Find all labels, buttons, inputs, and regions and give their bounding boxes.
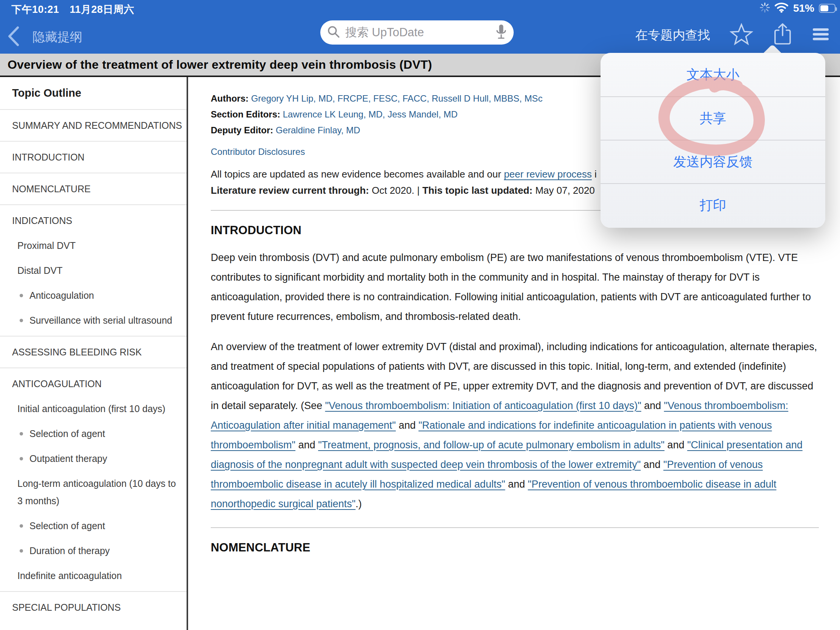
outline-item[interactable]: ASSESSING BLEEDING RISK — [0, 339, 186, 365]
hide-outline-label: 隐藏提纲 — [33, 29, 82, 46]
outline-item[interactable]: Selection of agent — [0, 513, 186, 538]
bold-label: Authors: — [211, 93, 248, 104]
outline-item[interactable]: NOMENCLATURE — [0, 176, 186, 201]
search-placeholder: 搜索 UpToDate — [345, 25, 496, 40]
section-heading: NOMENCLATURE — [211, 541, 819, 554]
text-link[interactable]: peer review process — [504, 169, 592, 180]
outline-group: NOMENCLATURE — [0, 173, 186, 204]
menu-item-打印[interactable]: 打印 — [600, 183, 825, 227]
bold-label: This topic last updated: — [422, 185, 532, 196]
outline-group: ASSESSING BLEEDING RISK — [0, 336, 186, 368]
battery-percent-label: 51% — [793, 2, 814, 14]
page-title: Overview of the treatment of lower extre… — [8, 58, 432, 72]
bold-label: Section Editors: — [211, 109, 280, 119]
status-date: 11月28日周六 — [70, 3, 134, 16]
wifi-icon — [774, 2, 789, 14]
menu-item-发送内容反馈[interactable]: 发送内容反馈 — [600, 140, 825, 183]
text-link[interactable]: "Venous thromboembolism: Initiation of a… — [325, 400, 641, 411]
back-chevron-icon — [7, 26, 20, 48]
outline-item[interactable]: Proximal DVT — [0, 233, 186, 258]
outline-item[interactable]: Long-term anticoagulation (10 days to 3 … — [0, 471, 186, 513]
outline-group: SUMMARY AND RECOMMENDATIONS — [0, 109, 186, 141]
hamburger-menu-icon[interactable] — [812, 28, 829, 43]
outline-heading: Topic Outline — [0, 77, 186, 109]
paragraph: Deep vein thrombosis (DVT) and acute pul… — [211, 248, 819, 326]
outline-group: INDICATIONSProximal DVTDistal DVTAnticoa… — [0, 204, 186, 336]
paragraph: An overview of the treatment of lower ex… — [211, 337, 819, 514]
bold-label: Literature review current through: — [211, 185, 369, 196]
outline-item[interactable]: Distal DVT — [0, 258, 186, 283]
text-link[interactable]: Gregory YH Lip, MD, FRCPE, FESC, FACC, — [251, 93, 429, 104]
outline-item[interactable]: Selection of agent — [0, 421, 186, 446]
battery-icon — [819, 4, 835, 13]
microphone-icon[interactable] — [496, 24, 507, 41]
search-icon — [327, 25, 340, 39]
menu-item-文本大小[interactable]: 文本大小 — [600, 53, 825, 96]
topic-outline-sidebar: Topic Outline SUMMARY AND RECOMMENDATION… — [0, 77, 188, 630]
search-input[interactable]: 搜索 UpToDate — [320, 21, 514, 44]
status-bar: 下午10:21 11月28日周六 — [0, 0, 840, 17]
share-icon[interactable] — [773, 23, 793, 47]
outline-item[interactable]: Outpatient therapy — [0, 446, 186, 471]
status-time: 下午10:21 — [11, 3, 59, 16]
outline-item[interactable]: SUMMARY AND RECOMMENDATIONS — [0, 113, 186, 138]
outline-item[interactable]: Indefinite anticoagulation — [0, 563, 186, 588]
hide-outline-button[interactable]: 隐藏提纲 — [7, 26, 82, 48]
outline-item[interactable]: INTRODUCTION — [0, 145, 186, 170]
bookmark-star-icon[interactable] — [730, 23, 753, 47]
text-link[interactable]: Jess Mandel, MD — [387, 109, 457, 119]
text-link[interactable]: Geraldine Finlay, MD — [276, 125, 360, 135]
text-link[interactable]: "Treatment, prognosis, and follow-up of … — [318, 439, 665, 451]
text-link[interactable]: Russell D Hull, MBBS, MSc — [432, 93, 542, 104]
outline-group: ANTICOAGULATIONInitial anticoagulation (… — [0, 368, 186, 591]
share-popover: 文本大小共享发送内容反馈打印 — [600, 53, 825, 228]
outline-item[interactable]: SPECIAL POPULATIONS — [0, 595, 186, 620]
text-link[interactable]: Lawrence LK Leung, MD, — [283, 109, 385, 119]
outline-item[interactable]: Anticoagulation — [0, 283, 186, 308]
outline-item[interactable]: ANTICOAGULATION — [0, 371, 186, 396]
outline-item[interactable]: Surveillance with serial ultrasound — [0, 308, 186, 333]
outline-item[interactable]: Duration of therapy — [0, 538, 186, 563]
outline-item[interactable]: Initial anticoagulation (first 10 days) — [0, 396, 186, 421]
text-link[interactable]: Contributor Disclosures — [211, 147, 305, 157]
outline-group: INTRODUCTION — [0, 141, 186, 173]
outline-group: SPECIAL POPULATIONS — [0, 591, 186, 623]
find-in-topic-button[interactable]: 在专题内查找 — [635, 27, 710, 44]
outline-item[interactable]: INDICATIONS — [0, 208, 186, 233]
nav-bar: 隐藏提纲 搜索 UpToDate 在专题内查找 — [0, 17, 840, 54]
section-divider — [211, 527, 819, 528]
activity-spinner-icon — [760, 3, 770, 14]
menu-item-共享[interactable]: 共享 — [600, 96, 825, 140]
bold-label: Deputy Editor: — [211, 125, 273, 135]
